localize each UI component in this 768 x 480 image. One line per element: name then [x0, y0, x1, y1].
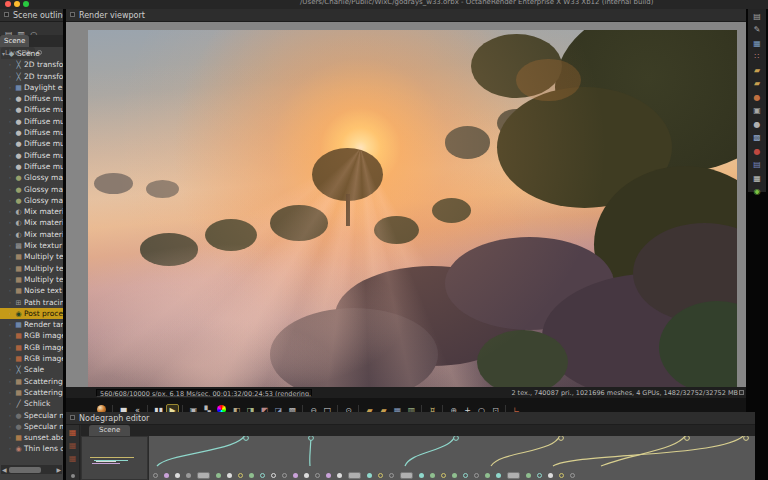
- tree-item-2d-transfo[interactable]: ·╳2D transfo: [0, 71, 63, 82]
- tree-item-diffuse-mu[interactable]: ·●Diffuse mu: [0, 127, 63, 138]
- nodegraph-canvas[interactable]: [149, 436, 755, 480]
- node-pin[interactable]: [153, 473, 158, 478]
- stop-render-icon[interactable]: ■: [117, 405, 130, 412]
- close-window-button[interactable]: [5, 1, 11, 7]
- tree-item-rgb-image[interactable]: ·▦RGB image: [0, 330, 63, 341]
- pick-white-balance-icon[interactable]: ○: [475, 405, 488, 412]
- random-icon[interactable]: ∷: [751, 51, 763, 63]
- lock-resolution-icon[interactable]: ¤: [426, 405, 439, 412]
- spectral-denoiser-icon[interactable]: ◨: [244, 405, 257, 412]
- zoom-out-icon[interactable]: ⊖: [307, 405, 320, 412]
- node-pin[interactable]: [559, 473, 564, 478]
- scroll-thumb[interactable]: [9, 467, 41, 473]
- save-render-state-icon[interactable]: ▥: [405, 405, 418, 412]
- restart-render-icon[interactable]: «: [131, 405, 144, 412]
- node-pin[interactable]: [496, 473, 501, 478]
- tree-item-sunset-abc[interactable]: ·▦sunset.abc: [0, 432, 63, 443]
- tree-item-specular-m[interactable]: ·●Specular m: [0, 421, 63, 432]
- info-channels-icon[interactable]: ▩: [286, 405, 299, 412]
- tree-item-multiply-te[interactable]: ·▦Multiply te: [0, 274, 63, 285]
- scroll-right-arrow[interactable]: ▶: [56, 465, 61, 474]
- node-pin[interactable]: [216, 473, 221, 478]
- sphere-icon[interactable]: ●: [751, 119, 763, 131]
- tree-item-diffuse-mu[interactable]: ·●Diffuse mu: [0, 150, 63, 161]
- render-priority-orb-icon[interactable]: ●: [97, 405, 106, 412]
- open-folder-icon[interactable]: ▰: [363, 405, 376, 412]
- picture-icon[interactable]: ▦: [751, 173, 763, 185]
- export-folder-icon[interactable]: ▰: [751, 78, 763, 90]
- tree-item-thin-lens-c[interactable]: ·◉Thin lens c: [0, 443, 63, 454]
- node-pin[interactable]: [463, 473, 468, 478]
- outliner-hscrollbar[interactable]: ◀ ▶: [1, 465, 62, 474]
- tree-item-diffuse-mu[interactable]: ·●Diffuse mu: [0, 116, 63, 127]
- minimize-window-button[interactable]: [14, 1, 20, 7]
- nodegraph-minimap[interactable]: [81, 436, 148, 480]
- material-nodes-group-icon[interactable]: ▦: [67, 427, 78, 438]
- tree-item-scattering[interactable]: ·▦Scattering: [0, 387, 63, 398]
- node-pin[interactable]: [526, 473, 531, 478]
- node-pin[interactable]: [419, 473, 424, 478]
- tree-item-post-proce[interactable]: ·◉Post proce: [0, 308, 63, 319]
- zoom-actual-icon[interactable]: ⊙: [342, 405, 355, 412]
- tree-item-schlick[interactable]: ·╱Schlick: [0, 398, 63, 409]
- region-select-icon[interactable]: □: [321, 405, 334, 412]
- node-pin[interactable]: [293, 473, 298, 478]
- tree-item-multiply-te[interactable]: ·▦Multiply te: [0, 263, 63, 274]
- tree-item-path-tracin[interactable]: ·⊞Path tracin: [0, 297, 63, 308]
- node-pin[interactable]: [474, 473, 479, 478]
- imager-settings-icon[interactable]: ◧: [230, 405, 243, 412]
- tree-item-specular-m[interactable]: ·●Specular m: [0, 410, 63, 421]
- node-pin[interactable]: [485, 473, 490, 478]
- rendered-image[interactable]: [88, 30, 737, 387]
- tree-item-2d-transfo[interactable]: ·╳2D transfo: [0, 59, 63, 70]
- panel-dock-icon[interactable]: [4, 12, 9, 17]
- node-pin[interactable]: [507, 472, 520, 479]
- tree-item-mix-materi[interactable]: ·◐Mix materi: [0, 206, 63, 217]
- node-pin[interactable]: [227, 473, 232, 478]
- render-layer-icon[interactable]: ◩: [258, 405, 271, 412]
- node-pin[interactable]: [186, 473, 191, 478]
- render-passes-icon[interactable]: ◪: [272, 405, 285, 412]
- tree-item-diffuse-mu[interactable]: ·●Diffuse mu: [0, 93, 63, 104]
- tree-item-glossy-ma[interactable]: ·●Glossy ma: [0, 172, 63, 183]
- image-icon[interactable]: ▦: [751, 38, 763, 50]
- pause-render-icon[interactable]: ▮▮: [152, 405, 165, 412]
- node-pin[interactable]: [441, 473, 446, 478]
- sub-sampling-icon[interactable]: ▚: [201, 405, 214, 412]
- node-pin[interactable]: [238, 473, 243, 478]
- node-pin[interactable]: [548, 473, 553, 478]
- tree-item-mix-textur[interactable]: ·▩Mix textur: [0, 240, 63, 251]
- pick-focus-icon[interactable]: +: [461, 405, 474, 412]
- node-pin[interactable]: [164, 473, 169, 478]
- scroll-left-arrow[interactable]: ◀: [2, 465, 7, 474]
- node-pin[interactable]: [378, 473, 383, 478]
- tree-item-scale[interactable]: ·╳Scale: [0, 364, 63, 375]
- tab-scene[interactable]: Scene: [0, 35, 29, 47]
- tree-item-multiply-te[interactable]: ·▦Multiply te: [0, 251, 63, 262]
- material-red-icon[interactable]: ●: [751, 146, 763, 158]
- layers-blue-icon[interactable]: ▤: [751, 159, 763, 171]
- panel-dock-icon[interactable]: [70, 415, 75, 420]
- tree-item-mix-materi[interactable]: ·◐Mix materi: [0, 217, 63, 228]
- import-folder-icon[interactable]: ▰: [751, 65, 763, 77]
- tree-item-noise-text[interactable]: ·▦Noise text: [0, 285, 63, 296]
- tree-item-rgb-image[interactable]: ·▦RGB image: [0, 353, 63, 364]
- tree-item-rgb-image[interactable]: ·▦RGB image: [0, 342, 63, 353]
- play-render-icon[interactable]: ▶: [166, 404, 179, 412]
- tree-item-scattering[interactable]: ·▦Scattering: [0, 376, 63, 387]
- stats-checkbox[interactable]: [739, 390, 744, 395]
- node-pin[interactable]: [389, 473, 394, 478]
- node-pin[interactable]: [400, 472, 413, 479]
- node-pin[interactable]: [175, 473, 180, 478]
- live-dot-icon[interactable]: ◉: [751, 186, 763, 198]
- zoom-window-button[interactable]: [23, 1, 29, 7]
- node-pin[interactable]: [197, 472, 210, 479]
- node-pin[interactable]: [315, 473, 320, 478]
- save-image-icon[interactable]: ▦: [391, 405, 404, 412]
- eraser-icon[interactable]: ✎: [751, 24, 763, 36]
- node-pin[interactable]: [249, 473, 254, 478]
- tree-item-glossy-ma[interactable]: ·●Glossy ma: [0, 195, 63, 206]
- node-pin[interactable]: [430, 473, 435, 478]
- tree-item-mix-materi[interactable]: ·◐Mix materi: [0, 229, 63, 240]
- clay-mode-icon[interactable]: ▣: [187, 405, 200, 412]
